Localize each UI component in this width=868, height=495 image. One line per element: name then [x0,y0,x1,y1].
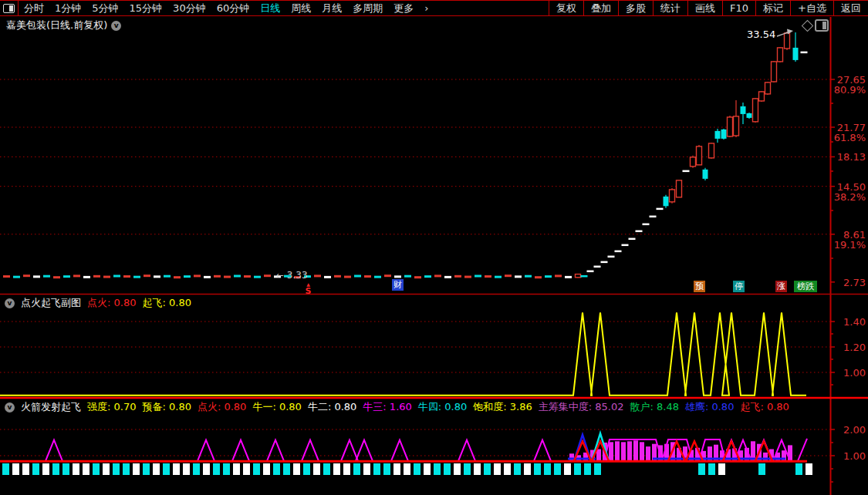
indicator-value-强度: 强度: 0.70 [87,400,136,414]
price-annotation: 33.54 [747,29,775,40]
indicator-value-散户: 散户: 8.48 [630,400,678,414]
fib-pct-label: 80.9% [834,84,866,96]
event-marker-停[interactable]: 停 [733,281,745,292]
indicator-name[interactable]: 点火起飞副图 [21,296,81,310]
layout-switch-icon[interactable] [815,19,829,32]
fib-pct-label: 61.8% [834,132,866,143]
stock-title: 嘉美包装(日线.前复权) [6,19,107,32]
event-marker-财[interactable]: 财 [392,279,404,291]
event-marker-涨[interactable]: 涨 [775,281,787,292]
indicator-name[interactable]: 火箭发射起飞 [21,400,81,414]
chevron-down-icon[interactable]: v [111,21,121,31]
panel2-header: v 火箭发射起飞 强度: 0.70预备: 0.80点火: 0.80牛一: 0.8… [5,400,789,414]
indicator-value-主筹集中度: 主筹集中度: 85.02 [539,400,624,414]
indicator-value-牛二: 牛二: 0.80 [308,400,356,414]
signal-marker-S: ▲S [302,282,314,295]
price-axis-label: 18.13 [837,151,866,163]
price-annotation: ← 3.33 [276,270,308,281]
sub1-axis-label: 1.40 [843,316,866,328]
indicator-value-牛一: 牛一: 0.80 [252,400,301,414]
indicator-value-点火: 点火: 0.80 [198,400,246,414]
sub2-axis-label: 1.00 [843,450,866,462]
chart-title-bar: 嘉美包装(日线.前复权) v [6,19,121,32]
fib-pct-label: 19.1% [834,239,866,251]
chevron-down-icon[interactable]: v [5,298,15,308]
event-marker-榜跌[interactable]: 榜跌 [794,281,817,292]
sub2-axis-label: 2.00 [843,424,866,436]
sub1-axis-label: 1.20 [843,342,866,353]
sub1-axis-label: 1.00 [843,367,866,379]
indicator-value-预备: 预备: 0.80 [142,400,191,414]
chevron-down-icon[interactable]: v [5,402,15,412]
app-window: 分时1分钟5分钟15分钟30分钟60分钟日线周线月线多周期更多› 复权叠加多股统… [0,0,868,495]
indicator-value-饱和度: 饱和度: 3.86 [473,400,532,414]
indicator-value-雄鹰: 雄鹰: 0.80 [685,400,734,414]
indicator-value-牛三: 牛三: 1.60 [363,400,411,414]
panel1-header: v 点火起飞副图 点火: 0.80起飞: 0.80 [5,296,191,310]
indicator-value-起飞: 起飞: 0.80 [142,296,191,310]
price-axis-label: 2.73 [843,277,866,288]
event-marker-预[interactable]: 预 [694,281,705,292]
indicator-value-起飞: 起飞: 0.80 [740,400,789,414]
chart-canvas[interactable] [0,0,868,495]
indicator-value-牛四: 牛四: 0.80 [418,400,467,414]
fib-pct-label: 38.2% [834,191,866,203]
indicator-value-点火: 点火: 0.80 [87,296,136,310]
